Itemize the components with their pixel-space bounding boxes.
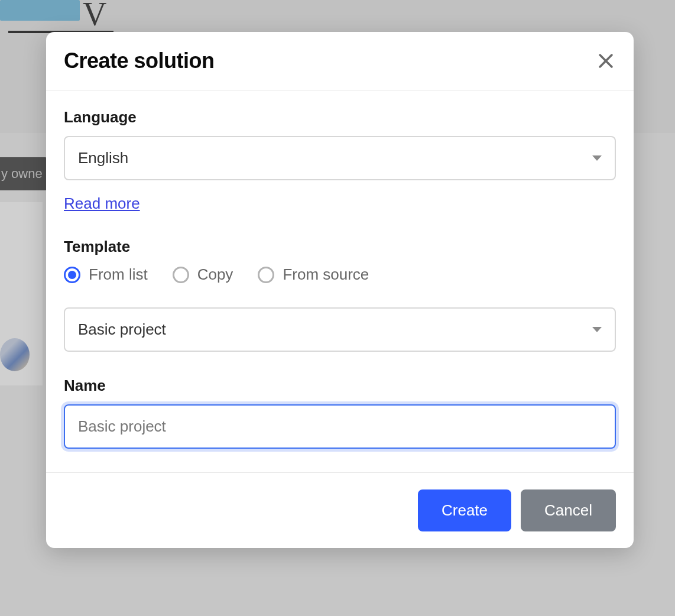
radio-icon <box>173 267 189 283</box>
template-radio-group: From list Copy From source <box>64 265 616 284</box>
radio-from-list[interactable]: From list <box>64 265 148 284</box>
read-more-link[interactable]: Read more <box>64 194 140 213</box>
close-icon[interactable] <box>596 51 616 71</box>
language-select[interactable]: English <box>64 136 616 180</box>
template-select[interactable]: Basic project <box>64 307 616 352</box>
language-label: Language <box>64 108 616 127</box>
modal-body: Language English Read more Template From… <box>46 90 634 472</box>
radio-icon <box>64 267 80 283</box>
radio-label: Copy <box>197 265 233 284</box>
modal-title: Create solution <box>64 48 215 73</box>
modal-footer: Create Cancel <box>46 472 634 548</box>
radio-label: From source <box>283 265 369 284</box>
language-select-value: English <box>78 149 128 167</box>
radio-from-source[interactable]: From source <box>258 265 369 284</box>
radio-icon <box>258 267 274 283</box>
name-input[interactable] <box>64 404 616 449</box>
cancel-button[interactable]: Cancel <box>521 489 616 531</box>
modal-header: Create solution <box>46 32 634 90</box>
name-label: Name <box>64 377 616 395</box>
radio-label: From list <box>89 265 148 284</box>
create-button[interactable]: Create <box>418 489 511 531</box>
caret-down-icon <box>592 327 602 332</box>
caret-down-icon <box>592 155 602 161</box>
template-label: Template <box>64 238 616 256</box>
radio-copy[interactable]: Copy <box>173 265 233 284</box>
template-select-value: Basic project <box>78 320 166 339</box>
create-solution-modal: Create solution Language English Read mo… <box>46 32 634 548</box>
